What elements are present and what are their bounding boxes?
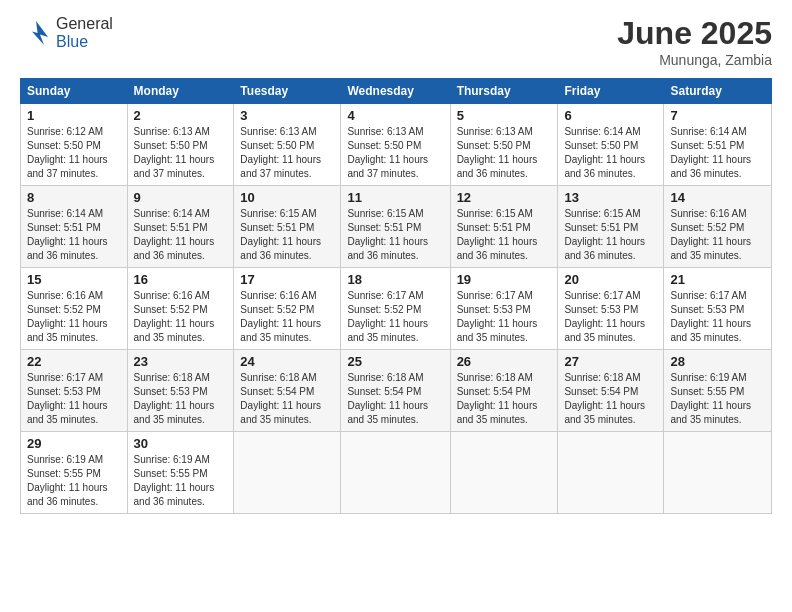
calendar-cell: 30Sunrise: 6:19 AMSunset: 5:55 PMDayligh… [127,432,234,514]
day-number: 10 [240,190,334,205]
calendar-cell: 21Sunrise: 6:17 AMSunset: 5:53 PMDayligh… [664,268,772,350]
calendar-cell: 16Sunrise: 6:16 AMSunset: 5:52 PMDayligh… [127,268,234,350]
day-number: 11 [347,190,443,205]
calendar-cell [664,432,772,514]
calendar-week-row: 15Sunrise: 6:16 AMSunset: 5:52 PMDayligh… [21,268,772,350]
day-number: 24 [240,354,334,369]
day-number: 3 [240,108,334,123]
location-title: Mununga, Zambia [617,52,772,68]
calendar-cell: 25Sunrise: 6:18 AMSunset: 5:54 PMDayligh… [341,350,450,432]
day-number: 6 [564,108,657,123]
day-info: Sunrise: 6:17 AMSunset: 5:53 PMDaylight:… [670,289,765,345]
calendar-cell: 24Sunrise: 6:18 AMSunset: 5:54 PMDayligh… [234,350,341,432]
day-info: Sunrise: 6:14 AMSunset: 5:51 PMDaylight:… [27,207,121,263]
day-number: 29 [27,436,121,451]
calendar-cell: 26Sunrise: 6:18 AMSunset: 5:54 PMDayligh… [450,350,558,432]
col-header-tuesday: Tuesday [234,79,341,104]
day-info: Sunrise: 6:18 AMSunset: 5:54 PMDaylight:… [457,371,552,427]
col-header-wednesday: Wednesday [341,79,450,104]
day-info: Sunrise: 6:18 AMSunset: 5:54 PMDaylight:… [347,371,443,427]
calendar-cell: 13Sunrise: 6:15 AMSunset: 5:51 PMDayligh… [558,186,664,268]
calendar-cell: 7Sunrise: 6:14 AMSunset: 5:51 PMDaylight… [664,104,772,186]
calendar-cell: 8Sunrise: 6:14 AMSunset: 5:51 PMDaylight… [21,186,128,268]
day-info: Sunrise: 6:15 AMSunset: 5:51 PMDaylight:… [240,207,334,263]
day-number: 4 [347,108,443,123]
calendar-cell: 5Sunrise: 6:13 AMSunset: 5:50 PMDaylight… [450,104,558,186]
day-number: 20 [564,272,657,287]
day-info: Sunrise: 6:17 AMSunset: 5:53 PMDaylight:… [564,289,657,345]
day-info: Sunrise: 6:17 AMSunset: 5:53 PMDaylight:… [457,289,552,345]
day-info: Sunrise: 6:18 AMSunset: 5:54 PMDaylight:… [564,371,657,427]
title-block: June 2025 Mununga, Zambia [617,15,772,68]
calendar-week-row: 8Sunrise: 6:14 AMSunset: 5:51 PMDaylight… [21,186,772,268]
day-number: 25 [347,354,443,369]
day-number: 12 [457,190,552,205]
day-number: 22 [27,354,121,369]
day-number: 7 [670,108,765,123]
col-header-monday: Monday [127,79,234,104]
day-number: 18 [347,272,443,287]
calendar-table: SundayMondayTuesdayWednesdayThursdayFrid… [20,78,772,514]
month-title: June 2025 [617,15,772,52]
day-number: 14 [670,190,765,205]
day-info: Sunrise: 6:17 AMSunset: 5:52 PMDaylight:… [347,289,443,345]
day-number: 27 [564,354,657,369]
day-info: Sunrise: 6:18 AMSunset: 5:54 PMDaylight:… [240,371,334,427]
calendar-week-row: 22Sunrise: 6:17 AMSunset: 5:53 PMDayligh… [21,350,772,432]
day-number: 26 [457,354,552,369]
day-number: 9 [134,190,228,205]
day-info: Sunrise: 6:16 AMSunset: 5:52 PMDaylight:… [240,289,334,345]
day-info: Sunrise: 6:13 AMSunset: 5:50 PMDaylight:… [457,125,552,181]
col-header-saturday: Saturday [664,79,772,104]
day-number: 21 [670,272,765,287]
calendar-cell: 20Sunrise: 6:17 AMSunset: 5:53 PMDayligh… [558,268,664,350]
calendar-cell: 1Sunrise: 6:12 AMSunset: 5:50 PMDaylight… [21,104,128,186]
day-info: Sunrise: 6:18 AMSunset: 5:53 PMDaylight:… [134,371,228,427]
day-number: 15 [27,272,121,287]
calendar-cell: 27Sunrise: 6:18 AMSunset: 5:54 PMDayligh… [558,350,664,432]
logo-text: General Blue [56,15,113,51]
calendar-cell: 18Sunrise: 6:17 AMSunset: 5:52 PMDayligh… [341,268,450,350]
calendar-cell: 4Sunrise: 6:13 AMSunset: 5:50 PMDaylight… [341,104,450,186]
day-info: Sunrise: 6:13 AMSunset: 5:50 PMDaylight:… [134,125,228,181]
calendar-cell [450,432,558,514]
day-info: Sunrise: 6:15 AMSunset: 5:51 PMDaylight:… [457,207,552,263]
day-number: 16 [134,272,228,287]
svg-marker-0 [32,21,48,45]
day-info: Sunrise: 6:16 AMSunset: 5:52 PMDaylight:… [134,289,228,345]
page-header: General Blue June 2025 Mununga, Zambia [20,15,772,68]
calendar-cell: 6Sunrise: 6:14 AMSunset: 5:50 PMDaylight… [558,104,664,186]
calendar-cell: 3Sunrise: 6:13 AMSunset: 5:50 PMDaylight… [234,104,341,186]
calendar-cell: 29Sunrise: 6:19 AMSunset: 5:55 PMDayligh… [21,432,128,514]
calendar-cell: 22Sunrise: 6:17 AMSunset: 5:53 PMDayligh… [21,350,128,432]
calendar-week-row: 1Sunrise: 6:12 AMSunset: 5:50 PMDaylight… [21,104,772,186]
day-info: Sunrise: 6:16 AMSunset: 5:52 PMDaylight:… [670,207,765,263]
calendar-cell: 19Sunrise: 6:17 AMSunset: 5:53 PMDayligh… [450,268,558,350]
day-info: Sunrise: 6:16 AMSunset: 5:52 PMDaylight:… [27,289,121,345]
day-number: 5 [457,108,552,123]
day-number: 23 [134,354,228,369]
day-info: Sunrise: 6:17 AMSunset: 5:53 PMDaylight:… [27,371,121,427]
calendar-cell: 14Sunrise: 6:16 AMSunset: 5:52 PMDayligh… [664,186,772,268]
calendar-cell [234,432,341,514]
day-number: 19 [457,272,552,287]
day-number: 8 [27,190,121,205]
calendar-cell: 2Sunrise: 6:13 AMSunset: 5:50 PMDaylight… [127,104,234,186]
day-info: Sunrise: 6:12 AMSunset: 5:50 PMDaylight:… [27,125,121,181]
day-info: Sunrise: 6:14 AMSunset: 5:51 PMDaylight:… [670,125,765,181]
day-info: Sunrise: 6:19 AMSunset: 5:55 PMDaylight:… [670,371,765,427]
day-number: 17 [240,272,334,287]
day-info: Sunrise: 6:15 AMSunset: 5:51 PMDaylight:… [347,207,443,263]
col-header-thursday: Thursday [450,79,558,104]
col-header-friday: Friday [558,79,664,104]
logo-icon [20,17,52,49]
col-header-sunday: Sunday [21,79,128,104]
day-number: 30 [134,436,228,451]
day-info: Sunrise: 6:14 AMSunset: 5:51 PMDaylight:… [134,207,228,263]
calendar-header-row: SundayMondayTuesdayWednesdayThursdayFrid… [21,79,772,104]
calendar-cell: 17Sunrise: 6:16 AMSunset: 5:52 PMDayligh… [234,268,341,350]
day-info: Sunrise: 6:15 AMSunset: 5:51 PMDaylight:… [564,207,657,263]
day-number: 13 [564,190,657,205]
day-number: 1 [27,108,121,123]
logo: General Blue [20,15,113,51]
